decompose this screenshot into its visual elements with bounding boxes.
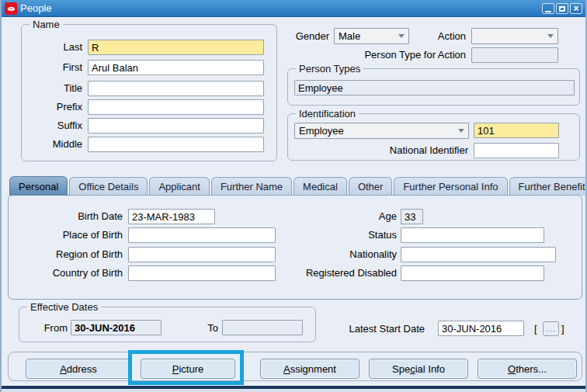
lov-ellipsis-button[interactable]: .... [543,321,559,336]
person-type-for-action-label: Person Type for Action [334,47,466,63]
nationality-label: Nationality [259,247,397,262]
latest-start-date-label: Latest Start Date [335,321,425,337]
place-of-birth-field[interactable] [128,227,276,243]
gender-value: Male [339,30,360,42]
assignment-button[interactable]: Assignment [260,359,359,379]
effective-to-field[interactable] [222,320,303,335]
last-name-label: Last [22,40,82,55]
registered-disabled-label: Registered Disabled [259,265,397,281]
identification-type-value: Employee [299,125,344,137]
status-label: Status [259,227,397,243]
minimize-icon [545,11,551,12]
national-identifier-field[interactable] [474,143,559,158]
gender-label: Gender [281,29,329,44]
chevron-down-icon [398,34,405,38]
region-of-birth-label: Region of Birth [18,247,123,262]
window-bottom-edge [2,389,585,392]
maximize-icon [559,6,565,12]
first-name-field[interactable] [88,60,264,75]
action-label: Action [418,29,466,44]
suffix-field[interactable] [88,118,264,134]
identification-type-combo[interactable]: Employee [294,123,469,139]
minimize-button[interactable] [542,3,554,14]
bracket-left: [ [534,321,537,337]
age-label: Age [259,209,397,224]
tab-other[interactable]: Other [349,177,393,196]
tab-further-personal-info[interactable]: Further Personal Info [394,177,507,196]
age-field[interactable] [401,209,423,224]
close-icon: × [573,5,578,12]
tab-further-benefits[interactable]: Further Benefits [509,177,587,196]
effective-dates-section: Effective Dates From To [19,307,316,342]
footer-button-bar: Address Picture Assignment Special Info … [8,352,582,381]
country-of-birth-label: Country of Birth [18,265,123,281]
gender-combo[interactable]: Male [334,28,409,44]
oracle-logo-icon [5,2,17,15]
tab-office-details[interactable]: Office Details [69,177,148,196]
address-button[interactable]: Address [26,359,131,379]
prefix-field[interactable] [88,99,264,115]
tab-applicant[interactable]: Applicant [149,177,209,196]
country-of-birth-field[interactable] [128,265,276,281]
middle-field[interactable] [88,137,264,152]
tab-personal[interactable]: Personal [9,176,68,196]
tab-further-name[interactable]: Further Name [211,177,292,196]
special-info-button[interactable]: Special Info [369,359,468,379]
effective-from-field[interactable] [71,320,162,335]
window-title: People [20,0,51,16]
employee-number-field[interactable] [474,123,559,138]
birth-date-field[interactable] [128,209,215,224]
status-field[interactable] [401,227,544,243]
identification-section: Identification Employee National Identif… [287,113,580,161]
window-controls: × [542,3,582,14]
title-label: Title [22,81,82,96]
personal-tab-panel: Birth Date Place of Birth Region of Birt… [8,195,582,300]
person-types-legend: Person Types [296,63,363,75]
nationality-field[interactable] [401,247,556,262]
people-window: People × Name Last First Title Prefix Su… [0,0,587,392]
region-of-birth-field[interactable] [128,247,276,262]
maximize-button[interactable] [556,3,568,14]
last-name-field[interactable] [88,40,264,55]
bracket-right: ] [561,321,564,337]
person-types-section: Person Types [287,68,580,106]
tab-strip: Personal Office Details Applicant Furthe… [9,176,587,196]
latest-start-date-field[interactable] [438,321,524,336]
special-info-button-label: Spe [392,363,410,375]
national-identifier-label: National Identifier [362,143,468,158]
suffix-label: Suffix [22,118,82,134]
title-field[interactable] [88,81,264,96]
middle-label: Middle [22,137,82,152]
identification-legend: Identification [296,108,359,120]
registered-disabled-field[interactable] [401,265,544,281]
effective-to-label: To [196,321,218,336]
others-button[interactable]: Others... [478,359,577,379]
name-legend: Name [30,19,63,30]
first-name-label: First [22,60,82,75]
close-button[interactable]: × [570,3,582,14]
name-section: Name Last First Title Prefix Suffix Midd… [21,24,277,161]
tab-medical[interactable]: Medical [294,177,347,196]
place-of-birth-label: Place of Birth [18,227,123,243]
title-bar[interactable]: People × [2,0,585,17]
birth-date-label: Birth Date [18,209,123,224]
picture-button-highlight [128,350,244,385]
action-combo[interactable] [471,28,558,44]
effective-dates-legend: Effective Dates [27,301,101,313]
effective-from-label: From [27,321,68,336]
chevron-down-icon [458,129,464,133]
chevron-down-icon [547,34,554,38]
person-type-for-action-field[interactable] [471,47,558,63]
prefix-label: Prefix [22,99,82,115]
person-types-field[interactable] [294,80,575,95]
